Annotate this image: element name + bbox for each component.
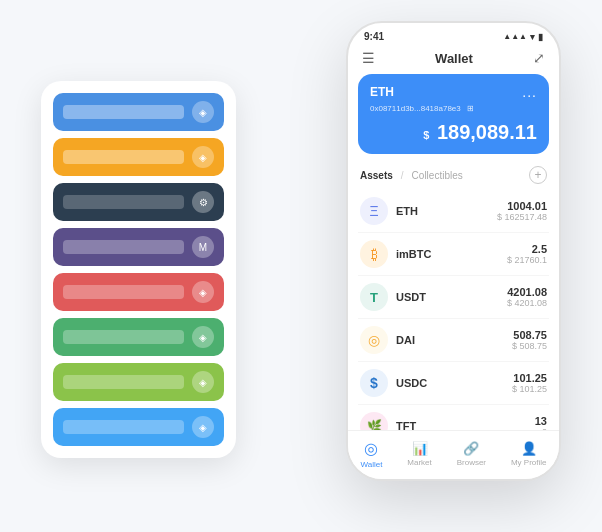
browser-nav-icon: 🔗 <box>463 441 479 456</box>
eth-tag: ⊞ <box>467 104 474 113</box>
list-item[interactable]: ◈ <box>53 363 224 401</box>
phone-mockup: 9:41 ▲▲▲ ▾ ▮ ☰ Wallet ⤢ ETH ... 0x08711d… <box>346 21 561 481</box>
card-bar <box>63 150 184 164</box>
status-time: 9:41 <box>364 31 384 42</box>
assets-tabs: Assets / Collectibles <box>360 170 463 181</box>
usdt-icon: T <box>360 283 388 311</box>
imbtc-amounts: 2.5 $ 21760.1 <box>507 243 547 265</box>
card-icon: M <box>192 236 214 258</box>
eth-symbol: ETH <box>396 205 497 217</box>
card-bar <box>63 375 184 389</box>
card-bar <box>63 240 184 254</box>
list-item[interactable]: ◈ <box>53 408 224 446</box>
usdc-symbol: USDC <box>396 377 512 389</box>
eth-card-header: ETH ... <box>370 84 537 100</box>
usdt-amounts: 4201.08 $ 4201.08 <box>507 286 547 308</box>
eth-balance: $ 189,089.11 <box>370 121 537 144</box>
profile-nav-label: My Profile <box>511 458 547 467</box>
nav-market[interactable]: 📊 Market <box>407 441 431 467</box>
page-title: Wallet <box>435 51 473 66</box>
list-item[interactable]: ◈ <box>53 138 224 176</box>
usdt-symbol: USDT <box>396 291 507 303</box>
eth-dots[interactable]: ... <box>522 84 537 100</box>
tab-collectibles[interactable]: Collectibles <box>412 170 463 181</box>
status-bar: 9:41 ▲▲▲ ▾ ▮ <box>348 23 559 46</box>
browser-nav-label: Browser <box>457 458 486 467</box>
card-icon: ◈ <box>192 146 214 168</box>
dai-symbol: DAI <box>396 334 512 346</box>
scene: ◈ ◈ ⚙ M ◈ ◈ ◈ ◈ <box>41 21 561 511</box>
card-list: ◈ ◈ ⚙ M ◈ ◈ ◈ ◈ <box>41 81 236 458</box>
list-item[interactable]: ⚙ <box>53 183 224 221</box>
tab-assets[interactable]: Assets <box>360 170 393 181</box>
list-item[interactable]: ◈ <box>53 93 224 131</box>
nav-profile[interactable]: 👤 My Profile <box>511 441 547 467</box>
profile-nav-icon: 👤 <box>521 441 537 456</box>
list-item[interactable]: ◈ <box>53 273 224 311</box>
wallet-nav-label: Wallet <box>360 460 382 469</box>
eth-card[interactable]: ETH ... 0x08711d3b...8418a78e3 ⊞ $ 189,0… <box>358 74 549 154</box>
card-icon: ◈ <box>192 371 214 393</box>
phone-header: ☰ Wallet ⤢ <box>348 46 559 74</box>
nav-browser[interactable]: 🔗 Browser <box>457 441 486 467</box>
usdc-amounts: 101.25 $ 101.25 <box>512 372 547 394</box>
assets-header: Assets / Collectibles + <box>348 162 559 190</box>
card-bar <box>63 330 184 344</box>
card-icon: ◈ <box>192 416 214 438</box>
market-nav-label: Market <box>407 458 431 467</box>
eth-label: ETH <box>370 85 394 99</box>
dai-icon: ◎ <box>360 326 388 354</box>
battery-icon: ▮ <box>538 32 543 42</box>
list-item[interactable]: ◈ <box>53 318 224 356</box>
wallet-nav-icon: ◎ <box>364 439 378 458</box>
card-bar <box>63 420 184 434</box>
market-nav-icon: 📊 <box>412 441 428 456</box>
menu-icon[interactable]: ☰ <box>362 50 375 66</box>
eth-icon: Ξ <box>360 197 388 225</box>
dai-amounts: 508.75 $ 508.75 <box>512 329 547 351</box>
asset-item-eth[interactable]: Ξ ETH 1004.01 $ 162517.48 <box>358 190 549 233</box>
nav-wallet[interactable]: ◎ Wallet <box>360 439 382 469</box>
signal-icon: ▲▲▲ <box>503 32 527 41</box>
asset-item-usdt[interactable]: T USDT 4201.08 $ 4201.08 <box>358 276 549 319</box>
card-bar <box>63 105 184 119</box>
card-icon: ◈ <box>192 281 214 303</box>
asset-item-dai[interactable]: ◎ DAI 508.75 $ 508.75 <box>358 319 549 362</box>
bottom-nav: ◎ Wallet 📊 Market 🔗 Browser 👤 My Profile <box>348 430 559 479</box>
list-item[interactable]: M <box>53 228 224 266</box>
expand-icon[interactable]: ⤢ <box>533 50 545 66</box>
card-icon: ◈ <box>192 101 214 123</box>
asset-item-usdc[interactable]: $ USDC 101.25 $ 101.25 <box>358 362 549 405</box>
add-asset-button[interactable]: + <box>529 166 547 184</box>
card-bar <box>63 285 184 299</box>
asset-list: Ξ ETH 1004.01 $ 162517.48 ₿ imBTC 2.5 $ … <box>348 190 559 448</box>
imbtc-symbol: imBTC <box>396 248 507 260</box>
usdc-icon: $ <box>360 369 388 397</box>
imbtc-icon: ₿ <box>360 240 388 268</box>
wifi-icon: ▾ <box>530 32 535 42</box>
eth-amounts: 1004.01 $ 162517.48 <box>497 200 547 222</box>
card-icon: ⚙ <box>192 191 214 213</box>
eth-address: 0x08711d3b...8418a78e3 ⊞ <box>370 104 537 113</box>
asset-item-imbtc[interactable]: ₿ imBTC 2.5 $ 21760.1 <box>358 233 549 276</box>
status-icons: ▲▲▲ ▾ ▮ <box>503 32 543 42</box>
card-icon: ◈ <box>192 326 214 348</box>
card-bar <box>63 195 184 209</box>
